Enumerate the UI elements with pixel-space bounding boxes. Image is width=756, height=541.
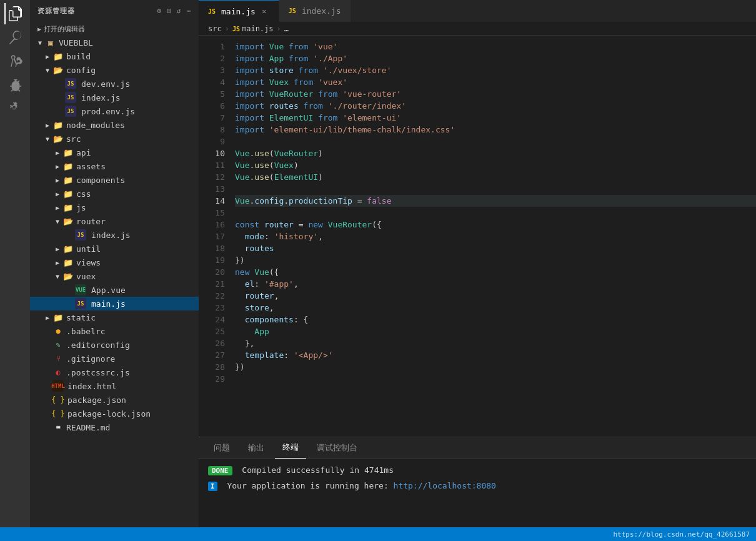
terminal-tab-terminal[interactable]: 终端: [275, 437, 306, 459]
tab-index-js[interactable]: JS index.js: [279, 0, 351, 22]
compile-msg: Compiled successfully in 4741ms: [242, 465, 394, 475]
terminal-tab-debug[interactable]: 调试控制台: [309, 437, 365, 459]
tree-item-router[interactable]: ▼ 📂 router: [30, 214, 199, 228]
folder-icon-views: 📁: [62, 257, 74, 268]
line-14: 14: [199, 195, 225, 207]
tab-close-main[interactable]: ✕: [259, 6, 269, 16]
tree-item-babelrc[interactable]: ● .babelrc: [30, 324, 199, 338]
file-tree: ▼ ▣ VUEBLBL ▶ 📁 build ▼ 📂 config JS dev.…: [30, 36, 199, 527]
activity-extensions[interactable]: [4, 98, 26, 119]
tree-item-dev-env[interactable]: JS dev.env.js: [30, 77, 199, 91]
activity-debug[interactable]: [4, 74, 26, 96]
tree-item-src[interactable]: ▼ 📂 src: [30, 132, 199, 146]
tree-item-app-vue[interactable]: VUE App.vue: [30, 283, 199, 297]
tree-item-css[interactable]: ▶ 📁 css: [30, 187, 199, 201]
line-18: 18: [199, 242, 225, 254]
tree-label-until: until: [76, 244, 199, 254]
json-icon-lock: { }: [52, 408, 64, 419]
line-24: 24: [199, 314, 225, 325]
tree-item-package-json[interactable]: { } package.json: [30, 393, 199, 407]
line-16: 16: [199, 219, 225, 231]
tree-item-package-lock[interactable]: { } package-lock.json: [30, 407, 199, 420]
code-content[interactable]: import Vue from 'vue' import App from '.…: [230, 36, 756, 437]
sidebar-header-icons: ⊕ ⊞ ↺ ⋯: [157, 7, 192, 15]
activity-search[interactable]: [4, 27, 26, 48]
tree-item-config[interactable]: ▼ 📂 config: [30, 63, 199, 77]
line-5: 5: [199, 88, 225, 100]
running-url[interactable]: http://localhost:8080: [394, 481, 496, 490]
tree-item-readme[interactable]: ≡ README.md: [30, 420, 199, 434]
terminal-tab-problems[interactable]: 问题: [206, 437, 237, 459]
code-line-20: new Vue({: [235, 266, 756, 278]
js-icon-prod-env: JS: [65, 106, 76, 117]
code-line-12: Vue.use(ElementUI): [235, 171, 756, 183]
new-file-icon[interactable]: ⊕: [157, 7, 162, 15]
folder-icon-css: 📁: [62, 188, 74, 199]
tree-item-views[interactable]: ▶ 📁 views: [30, 256, 199, 269]
tree-item-js[interactable]: ▶ 📁 js: [30, 201, 199, 214]
code-line-5: import VueRouter from 'vue-router': [235, 88, 756, 100]
collapse-icon[interactable]: ⋯: [186, 7, 191, 15]
tree-item-index-config[interactable]: JS index.js: [30, 91, 199, 104]
folder-icon-vuex: 📂: [62, 270, 74, 282]
tree-root-vueblbl[interactable]: ▼ ▣ VUEBLBL: [30, 36, 199, 49]
code-line-2: import App from './App': [235, 52, 756, 64]
line-25: 25: [199, 325, 225, 337]
tree-item-until[interactable]: ▶ 📁 until: [30, 242, 199, 256]
breadcrumb-dots[interactable]: …: [284, 24, 289, 33]
terminal-tab-terminal-label: 终端: [282, 442, 299, 453]
line-numbers: 1 2 3 4 5 6 7 8 9 10 11 12 13 14 15 16 1: [199, 36, 230, 437]
code-line-8: import 'element-ui/lib/theme-chalk/index…: [235, 124, 756, 136]
line-8: 8: [199, 124, 225, 136]
tree-item-static[interactable]: ▶ 📁 static: [30, 310, 199, 324]
activity-bar: [0, 0, 30, 527]
line-17: 17: [199, 231, 225, 242]
folder-icon-src: 📂: [52, 133, 64, 144]
sidebar-title: 资源管理器: [37, 6, 75, 16]
editor: 1 2 3 4 5 6 7 8 9 10 11 12 13 14 15 16 1: [199, 36, 756, 437]
tree-label-readme: README.md: [66, 423, 199, 432]
tree-item-build[interactable]: ▶ 📁 build: [30, 49, 199, 63]
postcss-icon: ◐: [52, 367, 64, 378]
tree-item-assets[interactable]: ▶ 📁 assets: [30, 159, 199, 173]
tree-item-gitignore[interactable]: ⑂ .gitignore: [30, 352, 199, 365]
code-line-21: el: '#app',: [235, 278, 756, 290]
line-1: 1: [199, 41, 225, 52]
tree-item-index-html[interactable]: HTML index.html: [30, 379, 199, 393]
tree-label-components: components: [76, 176, 199, 185]
folder-icon-build: 📁: [52, 51, 64, 62]
sidebar-header: 资源管理器 ⊕ ⊞ ↺ ⋯: [30, 0, 199, 22]
line-27: 27: [199, 349, 225, 361]
arrow-node-modules: ▶: [42, 120, 52, 130]
activity-explorer[interactable]: [4, 3, 26, 24]
tree-item-prod-env[interactable]: JS prod.env.js: [30, 104, 199, 118]
tab-js-icon-main: JS: [206, 7, 217, 16]
tab-main-js[interactable]: JS main.js ✕: [199, 0, 279, 22]
folder-icon-node-modules: 📁: [52, 119, 64, 131]
breadcrumb-mainjs[interactable]: JSmain.js: [232, 24, 274, 33]
terminal-tab-output-label: 输出: [248, 442, 264, 454]
terminal-tab-output[interactable]: 输出: [241, 437, 272, 459]
tree-item-postcssrc[interactable]: ◐ .postcssrc.js: [30, 365, 199, 379]
tree-label-package-lock: package-lock.json: [67, 409, 199, 419]
refresh-icon[interactable]: ↺: [177, 7, 182, 15]
tree-item-main-js[interactable]: JS main.js: [30, 297, 199, 310]
new-folder-icon[interactable]: ⊞: [167, 7, 172, 15]
code-line-14: Vue.config.productionTip = false: [235, 195, 756, 207]
tree-item-editorconfig[interactable]: ✎ .editorconfig: [30, 338, 199, 352]
folder-icon-config: 📂: [52, 64, 64, 76]
line-20: 20: [199, 266, 225, 278]
tree-item-api[interactable]: ▶ 📁 api: [30, 146, 199, 159]
open-editors-section[interactable]: ▶ 打开的编辑器: [30, 22, 199, 36]
activity-source-control[interactable]: [4, 51, 26, 72]
tab-js-icon-index: JS: [287, 7, 298, 15]
i-badge: I: [208, 482, 217, 491]
tree-label-prod-env: prod.env.js: [81, 107, 199, 116]
tab-bar: JS main.js ✕ JS index.js: [199, 0, 756, 22]
tree-item-router-index[interactable]: JS index.js: [30, 228, 199, 242]
tree-item-vuex[interactable]: ▼ 📂 vuex: [30, 269, 199, 283]
code-line-26: },: [235, 337, 756, 349]
breadcrumb-src[interactable]: src: [208, 24, 222, 33]
tree-item-node-modules[interactable]: ▶ 📁 node_modules: [30, 118, 199, 132]
tree-item-components[interactable]: ▶ 📁 components: [30, 173, 199, 187]
